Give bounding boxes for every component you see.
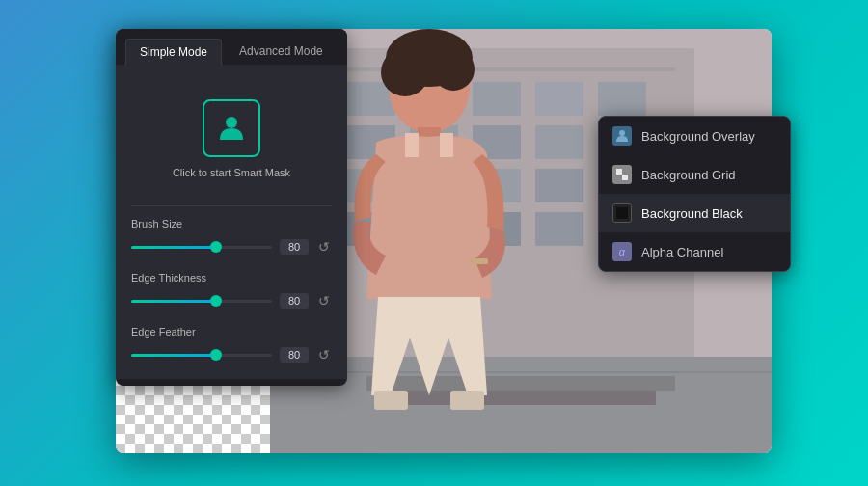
alpha-char: α [619, 246, 625, 257]
brush-size-row: 80 ↺ [131, 237, 332, 256]
svg-rect-34 [374, 391, 408, 410]
edge-feather-reset[interactable]: ↺ [316, 345, 332, 364]
svg-rect-39 [616, 169, 622, 175]
tab-advanced-mode[interactable]: Advanced Mode [226, 39, 337, 65]
svg-rect-43 [616, 207, 628, 219]
brush-size-reset[interactable]: ↺ [316, 237, 332, 256]
edge-thickness-thumb[interactable] [210, 295, 222, 307]
edge-feather-fill [131, 354, 216, 357]
svg-rect-35 [450, 391, 484, 410]
panel-body: Click to start Smart Mask Brush Size 80 … [116, 65, 347, 379]
edge-thickness-group: Edge Thickness 80 ↺ [131, 272, 332, 310]
svg-point-37 [226, 117, 237, 128]
menu-item-alpha[interactable]: α Alpha Channel [599, 232, 790, 271]
brush-size-group: Brush Size 80 ↺ [131, 218, 332, 256]
alpha-label: Alpha Channel [641, 245, 723, 259]
panel-tabs: Simple Mode Advanced Mode [116, 29, 347, 65]
grid-label: Background Grid [641, 168, 736, 182]
svg-point-30 [432, 48, 475, 91]
grid-small-icon [615, 168, 629, 181]
edge-feather-track[interactable] [131, 354, 272, 357]
edge-feather-row: 80 ↺ [131, 345, 332, 364]
smart-mask-label: Click to start Smart Mask [173, 167, 290, 178]
edge-feather-thumb[interactable] [210, 349, 222, 361]
grid-icon [612, 165, 632, 184]
person-small-icon [615, 129, 629, 143]
svg-rect-42 [622, 175, 628, 180]
black-label: Background Black [641, 206, 743, 221]
person-icon [216, 113, 247, 144]
divider-1 [131, 205, 332, 206]
svg-point-29 [381, 48, 429, 96]
brush-size-label: Brush Size [131, 218, 332, 230]
svg-rect-33 [440, 133, 453, 157]
menu-item-grid[interactable]: Background Grid [599, 155, 790, 194]
overlay-label: Background Overlay [641, 129, 755, 144]
svg-rect-41 [616, 175, 622, 180]
control-panel: Simple Mode Advanced Mode Click to start… [116, 29, 347, 386]
tab-simple-mode[interactable]: Simple Mode [125, 39, 222, 65]
menu-item-overlay[interactable]: Background Overlay [599, 117, 790, 155]
brush-size-fill [131, 246, 216, 249]
brush-size-track[interactable] [131, 246, 272, 249]
edge-thickness-label: Edge Thickness [131, 272, 332, 284]
overlay-icon [612, 126, 632, 146]
edge-feather-group: Edge Feather 80 ↺ [131, 326, 332, 364]
svg-rect-36 [471, 258, 488, 264]
smart-mask-section: Click to start Smart Mask [131, 80, 332, 202]
svg-rect-40 [622, 169, 628, 175]
edge-feather-value: 80 [280, 347, 309, 363]
svg-rect-32 [405, 133, 419, 157]
menu-item-black[interactable]: Background Black [599, 194, 790, 232]
brush-size-value: 80 [280, 239, 309, 255]
edge-feather-label: Edge Feather [131, 326, 332, 338]
svg-point-38 [619, 130, 625, 136]
black-icon [612, 203, 632, 223]
edge-thickness-track[interactable] [131, 300, 272, 303]
brush-size-thumb[interactable] [210, 241, 222, 253]
background-dropdown: Background Overlay Background Grid Backg… [598, 116, 791, 272]
black-small-icon [615, 206, 629, 220]
edge-thickness-fill [131, 300, 216, 303]
smart-mask-button[interactable] [203, 99, 260, 157]
edge-thickness-value: 80 [280, 293, 309, 309]
alpha-icon: α [612, 242, 632, 261]
edge-thickness-reset[interactable]: ↺ [316, 291, 332, 310]
edge-thickness-row: 80 ↺ [131, 291, 332, 310]
